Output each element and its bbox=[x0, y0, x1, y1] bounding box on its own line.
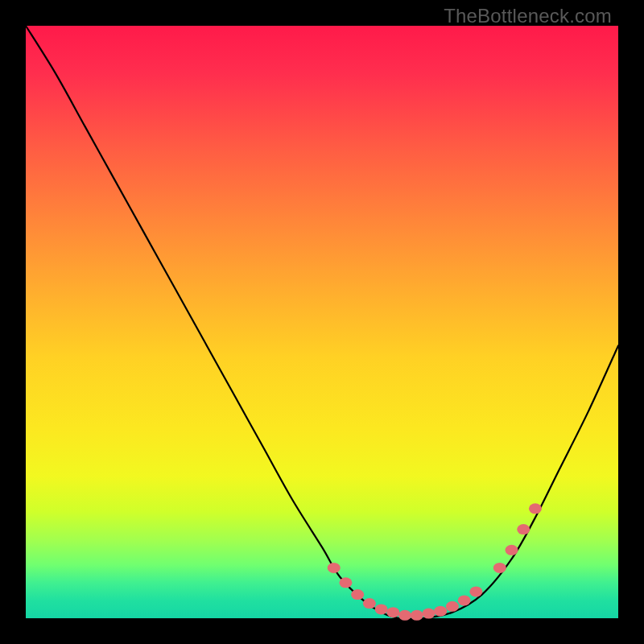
highlight-marker bbox=[517, 524, 530, 535]
highlight-marker bbox=[375, 604, 388, 614]
highlight-marker bbox=[328, 563, 341, 573]
highlight-marker bbox=[458, 595, 471, 605]
highlight-marker bbox=[493, 563, 506, 573]
highlight-marker bbox=[529, 503, 542, 514]
highlight-marker bbox=[339, 577, 352, 588]
highlight-marker bbox=[506, 545, 518, 555]
highlight-marker bbox=[469, 586, 482, 597]
highlight-marker bbox=[434, 606, 447, 617]
highlight-marker bbox=[422, 609, 435, 619]
highlight-marker bbox=[398, 610, 411, 621]
highlight-marker bbox=[386, 607, 399, 617]
highlight-marker bbox=[351, 589, 364, 600]
highlight-marker bbox=[411, 610, 423, 621]
bottleneck-chart bbox=[26, 26, 618, 618]
highlight-marker bbox=[446, 601, 459, 612]
watermark-text: TheBottleneck.com bbox=[444, 5, 612, 27]
highlight-marker bbox=[363, 598, 376, 609]
